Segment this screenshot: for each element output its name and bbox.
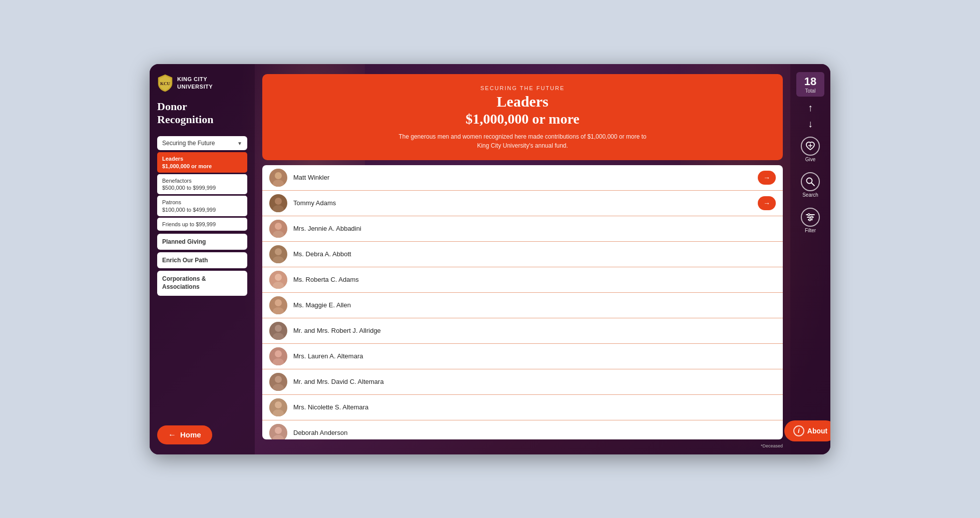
about-button[interactable]: i About bbox=[784, 420, 830, 441]
donor-arrow-button[interactable]: → bbox=[758, 196, 776, 210]
donor-name: Mrs. Nicolette S. Altemara bbox=[293, 403, 776, 411]
donor-name: Deborah Anderson bbox=[293, 429, 776, 436]
avatar bbox=[269, 296, 287, 314]
donor-name: Mr. and Mrs. Robert J. Allridge bbox=[293, 327, 776, 334]
scroll-up-button[interactable]: ↑ bbox=[808, 101, 813, 115]
sidebar-item-planned-giving[interactable]: Planned Giving bbox=[157, 234, 247, 250]
svg-point-11 bbox=[275, 248, 282, 255]
filter-label: Filter bbox=[805, 228, 816, 233]
hero-description: The generous men and women recognized he… bbox=[397, 132, 648, 150]
avatar bbox=[269, 169, 287, 187]
donors-list: Matt Winkler → Tommy Adams bbox=[262, 165, 783, 439]
right-panel: 18 Total ↑ ↓ Give bbox=[790, 64, 830, 454]
avatar bbox=[269, 424, 287, 439]
search-icon bbox=[801, 172, 820, 191]
sidebar-item-leaders[interactable]: Leaders$1,000,000 or more bbox=[157, 152, 247, 173]
svg-point-47 bbox=[808, 214, 810, 216]
give-icon bbox=[801, 137, 820, 156]
donor-name: Mr. and Mrs. David C. Altemara bbox=[293, 378, 776, 385]
deceased-note: *Deceased bbox=[761, 443, 783, 448]
search-button[interactable]: Search bbox=[801, 168, 820, 202]
sidebar-item-friends[interactable]: Friends up to $99,999 bbox=[157, 218, 247, 231]
avatar bbox=[269, 220, 287, 238]
table-row: Mrs. Nicolette S. Altemara bbox=[262, 395, 783, 420]
donor-name: Matt Winkler bbox=[293, 174, 752, 181]
table-row: Mrs. Lauren A. Altemara bbox=[262, 344, 783, 369]
table-row: Ms. Maggie E. Allen bbox=[262, 293, 783, 318]
avatar bbox=[269, 322, 287, 340]
svg-point-32 bbox=[275, 427, 282, 434]
sidebar: KCU KING CITY UNIVERSITY Donor Recogniti… bbox=[150, 64, 255, 454]
university-shield-icon: KCU bbox=[157, 74, 173, 92]
content-area: SECURING THE FUTURE Leaders $1,000,000 o… bbox=[255, 64, 790, 454]
sidebar-item-enrich-path[interactable]: Enrich Our Path bbox=[157, 252, 247, 268]
svg-point-8 bbox=[275, 223, 282, 230]
svg-point-17 bbox=[275, 299, 282, 306]
donor-name: Ms. Debra A. Abbott bbox=[293, 250, 776, 258]
scroll-down-button[interactable]: ↓ bbox=[808, 117, 813, 131]
donor-name: Mrs. Lauren A. Altemara bbox=[293, 352, 776, 360]
total-count: 18 bbox=[798, 75, 822, 88]
total-badge: 18 Total bbox=[796, 72, 824, 97]
svg-point-23 bbox=[275, 350, 282, 357]
right-arrow-icon: → bbox=[763, 174, 770, 182]
securing-future-dropdown[interactable]: Securing the Future ▼ bbox=[157, 136, 247, 150]
total-label: Total bbox=[798, 88, 822, 94]
dropdown-label: Securing the Future bbox=[162, 140, 215, 147]
svg-point-42 bbox=[807, 178, 812, 183]
svg-point-29 bbox=[275, 401, 282, 408]
left-arrow-icon: ← bbox=[168, 430, 176, 439]
hero-subtitle: SECURING THE FUTURE bbox=[277, 85, 768, 91]
donor-name: Ms. Maggie E. Allen bbox=[293, 301, 776, 309]
sidebar-item-patrons[interactable]: Patrons$100,000 to $499,999 bbox=[157, 196, 247, 216]
donor-arrow-button[interactable]: → bbox=[758, 171, 776, 185]
svg-point-20 bbox=[275, 325, 282, 332]
sub-items-list: Leaders$1,000,000 or more Benefactors$50… bbox=[157, 152, 247, 231]
table-row: Ms. Debra A. Abbott bbox=[262, 242, 783, 267]
university-name: KING CITY UNIVERSITY bbox=[177, 76, 213, 90]
chevron-down-icon: ▼ bbox=[237, 141, 242, 146]
right-arrow-icon: → bbox=[763, 199, 770, 207]
svg-point-49 bbox=[809, 219, 811, 221]
page-title: Donor Recognition bbox=[157, 100, 247, 127]
svg-point-48 bbox=[811, 216, 813, 218]
avatar bbox=[269, 194, 287, 212]
avatar bbox=[269, 398, 287, 416]
avatar bbox=[269, 347, 287, 365]
avatar bbox=[269, 245, 287, 263]
donor-name: Mrs. Jennie A. Abbadini bbox=[293, 225, 776, 232]
hero-amount: $1,000,000 or more bbox=[277, 111, 768, 127]
home-label: Home bbox=[180, 430, 201, 439]
filter-button[interactable]: Filter bbox=[801, 204, 820, 237]
sidebar-item-benefactors[interactable]: Benefactors$500,000 to $999,999 bbox=[157, 174, 247, 195]
table-row: Ms. Roberta C. Adams bbox=[262, 267, 783, 293]
table-row: Mr. and Mrs. David C. Altemara bbox=[262, 369, 783, 395]
filter-icon bbox=[801, 208, 820, 227]
search-label: Search bbox=[802, 192, 818, 198]
give-label: Give bbox=[805, 157, 816, 162]
hero-card: SECURING THE FUTURE Leaders $1,000,000 o… bbox=[262, 74, 783, 160]
hero-title: Leaders bbox=[277, 93, 768, 110]
give-button[interactable]: Give bbox=[801, 133, 820, 166]
table-row: Matt Winkler → bbox=[262, 165, 783, 191]
avatar bbox=[269, 271, 287, 289]
sidebar-item-corporations[interactable]: Corporations &Associations bbox=[157, 271, 247, 295]
table-row: Deborah Anderson bbox=[262, 420, 783, 439]
about-label: About bbox=[807, 427, 827, 435]
svg-point-26 bbox=[275, 376, 282, 383]
table-row: Mr. and Mrs. Robert J. Allridge bbox=[262, 318, 783, 344]
home-button[interactable]: ← Home bbox=[157, 425, 212, 444]
svg-line-43 bbox=[812, 183, 815, 186]
svg-point-2 bbox=[275, 172, 282, 179]
table-row: Tommy Adams → bbox=[262, 191, 783, 216]
donor-name: Tommy Adams bbox=[293, 199, 752, 207]
info-icon: i bbox=[793, 425, 804, 436]
logo-area: KCU KING CITY UNIVERSITY bbox=[157, 74, 247, 92]
svg-text:KCU: KCU bbox=[160, 81, 171, 86]
svg-point-14 bbox=[275, 274, 282, 281]
avatar bbox=[269, 373, 287, 391]
donor-name: Ms. Roberta C. Adams bbox=[293, 276, 776, 283]
table-row: Mrs. Jennie A. Abbadini bbox=[262, 216, 783, 242]
svg-point-5 bbox=[275, 198, 282, 205]
